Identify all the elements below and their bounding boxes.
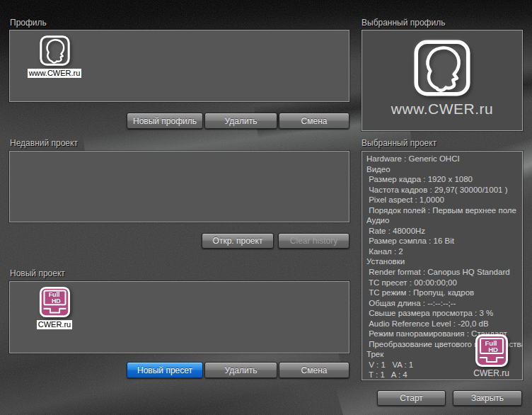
recent-project-section-label: Недавний проект (10, 138, 78, 148)
profile-item-label: www.CWER.ru (28, 69, 82, 78)
selected-preset-label: CWER.ru (472, 369, 511, 378)
new-project-section-label: Новый проект (10, 268, 65, 278)
selected-profile-panel: www.CWER.ru (362, 30, 523, 131)
fullhd-icon-text-line2: HD (51, 297, 60, 305)
profile-section-label: Профиль (10, 18, 47, 28)
new-project-listbox[interactable]: Full HD CWER.ru (9, 281, 349, 353)
profile-head-icon (39, 35, 71, 67)
new-profile-button[interactable]: Новый профиль (127, 113, 203, 129)
fullhd-preset-icon: Full HD (39, 286, 71, 318)
new-preset-button[interactable]: Новый пресет (127, 362, 203, 378)
preset-item-label: CWER.ru (37, 320, 72, 329)
close-button[interactable]: Закрыть (453, 390, 522, 406)
selected-project-preset-badge: Full HD CWER.ru (472, 334, 511, 378)
preset-list-item[interactable]: Full HD CWER.ru (21, 286, 88, 329)
selected-fullhd-icon: Full HD (475, 334, 509, 368)
recent-project-listbox[interactable] (9, 151, 349, 222)
profile-listbox[interactable]: www.CWER.ru (9, 30, 349, 102)
selected-profile-section-label: Выбранный профиль (362, 18, 445, 28)
edius-startup-dialog: Профиль www.CWER.ru Новый профиль Удалит… (0, 0, 532, 415)
selected-project-section-label: Выбранный проект (362, 138, 436, 148)
selected-fullhd-icon-text-line2: HD (488, 346, 498, 353)
profile-list-item[interactable]: www.CWER.ru (21, 35, 88, 78)
change-preset-button[interactable]: Смена (279, 362, 349, 378)
clear-history-button: Clear history (278, 233, 349, 249)
change-profile-button[interactable]: Смена (279, 113, 349, 129)
selected-profile-head-icon (412, 38, 472, 98)
selected-project-panel: Hardware : Generic OHCI Видео Размер кад… (362, 151, 523, 380)
open-project-button[interactable]: Откр. проект (202, 233, 274, 249)
delete-preset-button[interactable]: Удалить (204, 362, 277, 378)
delete-profile-button[interactable]: Удалить (204, 113, 277, 129)
selected-profile-name: www.CWER.ru (391, 101, 493, 118)
start-button[interactable]: Старт (377, 390, 446, 406)
